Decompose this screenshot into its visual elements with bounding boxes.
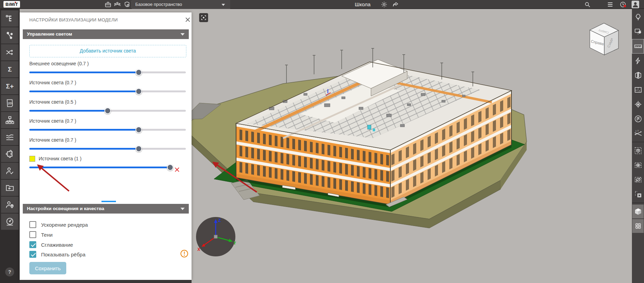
fit-to-view-button[interactable] bbox=[199, 13, 208, 22]
show-selection-eye-icon[interactable] bbox=[632, 158, 644, 172]
solid-view-cube-icon[interactable] bbox=[632, 205, 644, 218]
isolate-object-icon[interactable] bbox=[632, 144, 644, 158]
remove-light-icon[interactable] bbox=[174, 167, 180, 172]
2d-view-icon[interactable]: 2D bbox=[1, 95, 19, 111]
panel-title: НАСТРОЙКИ ВИЗУАЛИЗАЦИИ МОДЕЛИ bbox=[29, 17, 118, 22]
slider-row: Источник света (0.7 ) bbox=[29, 137, 186, 152]
slider-thumb[interactable] bbox=[136, 126, 142, 133]
light-slider[interactable] bbox=[29, 68, 186, 76]
org-chart-icon[interactable] bbox=[1, 112, 19, 128]
team-icon[interactable] bbox=[114, 1, 121, 8]
floor-plan-icon[interactable] bbox=[632, 83, 644, 97]
light-color-swatch[interactable] bbox=[29, 156, 35, 162]
checkbox-label: Показывать рёбра bbox=[41, 252, 85, 257]
checkbox-shadows[interactable]: Тени bbox=[29, 230, 52, 239]
checkbox-show-edges[interactable]: Показывать рёбра bbox=[29, 250, 85, 258]
sigma-glyph: Σ bbox=[8, 66, 12, 73]
slider-label: Источник света (0.5 ) bbox=[29, 99, 186, 105]
slider-thumb[interactable] bbox=[104, 107, 111, 114]
vegetation-tree-icon[interactable] bbox=[632, 10, 644, 24]
checkbox-label: Тени bbox=[41, 232, 52, 238]
sum-add-icon[interactable]: Σ+ bbox=[1, 78, 19, 94]
slider-label: Источник света (0.7 ) bbox=[29, 118, 186, 124]
view-cube[interactable]: Справа Сзади Сверху bbox=[584, 19, 624, 59]
list-menu-icon[interactable] bbox=[607, 1, 614, 8]
save-button[interactable]: Сохранить bbox=[29, 262, 66, 274]
checkbox-icon[interactable] bbox=[29, 251, 36, 258]
quality-section-label: Настройки освещения и качества bbox=[27, 206, 104, 211]
left-toolbar: Σ Σ+ 2D ? bbox=[0, 9, 20, 283]
axis-y-label: Y bbox=[233, 241, 236, 246]
slider-thumb[interactable] bbox=[136, 69, 142, 76]
panel-footer-strip bbox=[20, 280, 192, 283]
visualization-settings-panel: НАСТРОЙКИ ВИЗУАЛИЗАЦИИ МОДЕЛИ Управление… bbox=[20, 12, 192, 280]
user-check-icon[interactable] bbox=[1, 163, 19, 179]
slider-row: Внешнее освещение (0.7 ) bbox=[29, 61, 186, 76]
dashboard-gauge-icon[interactable] bbox=[1, 214, 19, 230]
logo-accent-dot bbox=[15, 2, 16, 3]
sum-icon[interactable]: Σ bbox=[1, 61, 19, 77]
slider-label: Источник света (0.7 ) bbox=[29, 137, 186, 143]
quality-section-header[interactable]: Настройки освещения и качества bbox=[23, 204, 189, 214]
slider-label: Внешнее освещение (0.7 ) bbox=[29, 61, 186, 67]
model-tree-icon[interactable] bbox=[1, 10, 19, 27]
lightning-icon[interactable] bbox=[632, 54, 644, 68]
shield-status-icon[interactable] bbox=[124, 1, 130, 8]
user-location-icon[interactable] bbox=[1, 197, 19, 213]
add-light-button[interactable]: Добавить источник света bbox=[29, 45, 186, 57]
model-title: Школа bbox=[355, 1, 371, 7]
slider-row: Источник света (1 ) bbox=[29, 156, 186, 171]
light-slider[interactable] bbox=[29, 145, 186, 152]
axis-gizmo[interactable]: Z Y X bbox=[193, 214, 238, 259]
checkbox-antialiasing[interactable]: Сглаживание bbox=[29, 240, 73, 249]
slider-label: Источник света (0.7 ) bbox=[29, 80, 186, 86]
app-logo[interactable]: BiMiT bbox=[3, 1, 20, 8]
light-section-header[interactable]: Управление светом bbox=[23, 29, 189, 39]
notifications-clock-icon[interactable] bbox=[619, 1, 626, 8]
slider-row: Источник света (0.5 ) bbox=[29, 99, 186, 114]
selection-focus-icon[interactable] bbox=[632, 25, 644, 39]
chevron-down-icon bbox=[180, 208, 185, 210]
checkbox-render-acceleration[interactable]: Ускорение рендера bbox=[29, 220, 88, 229]
slider-thumb[interactable] bbox=[136, 88, 142, 95]
projects-icon[interactable] bbox=[105, 1, 111, 8]
branch-icon[interactable] bbox=[1, 27, 19, 44]
orbit-view-icon[interactable] bbox=[632, 219, 644, 233]
light-slider[interactable] bbox=[29, 163, 170, 171]
plugins-puzzle-icon[interactable] bbox=[1, 146, 19, 162]
dimensions-icon[interactable]: 12 bbox=[632, 126, 644, 140]
section-drag-handle[interactable] bbox=[101, 201, 116, 202]
target-center-icon[interactable] bbox=[632, 97, 644, 111]
clear-selection-icon[interactable] bbox=[632, 187, 644, 201]
slider-row: Источник света (0.7 ) bbox=[29, 80, 186, 95]
app-window: BiMiT Базовое пространство Школа bbox=[0, 0, 644, 283]
section-plane-icon[interactable] bbox=[632, 68, 644, 82]
checkbox-icon[interactable] bbox=[29, 241, 36, 248]
light-section-label: Управление светом bbox=[27, 31, 72, 37]
axis-x-label: X bbox=[197, 247, 200, 252]
search-icon[interactable] bbox=[584, 1, 591, 8]
slider-thumb[interactable] bbox=[136, 145, 142, 152]
flag-marker-icon[interactable] bbox=[632, 112, 644, 126]
workspace-selector[interactable]: Базовое пространство bbox=[135, 2, 182, 7]
light-slider[interactable] bbox=[29, 107, 186, 114]
slider-thumb[interactable] bbox=[167, 164, 174, 171]
slider-label: Источник света (1 ) bbox=[39, 156, 81, 161]
svg-text:2: 2 bbox=[637, 130, 639, 132]
checkbox-icon[interactable] bbox=[29, 221, 36, 228]
chevron-down-icon[interactable] bbox=[222, 4, 225, 6]
checkbox-label: Сглаживание bbox=[41, 242, 73, 248]
hide-selection-eye-slash-icon[interactable] bbox=[632, 173, 644, 187]
ruler-measure-icon[interactable] bbox=[632, 39, 644, 53]
import-folder-icon[interactable] bbox=[1, 180, 19, 196]
model-settings-gear-icon[interactable] bbox=[381, 1, 388, 8]
user-account-icon[interactable] bbox=[632, 1, 639, 8]
checkbox-icon[interactable] bbox=[29, 231, 36, 238]
charts-icon[interactable] bbox=[1, 129, 19, 145]
shuffle-icon[interactable] bbox=[1, 44, 19, 60]
light-slider[interactable] bbox=[29, 87, 186, 95]
help-button[interactable]: ? bbox=[5, 267, 14, 276]
close-icon[interactable] bbox=[185, 17, 191, 23]
light-slider[interactable] bbox=[29, 126, 186, 133]
share-icon[interactable] bbox=[392, 1, 399, 8]
